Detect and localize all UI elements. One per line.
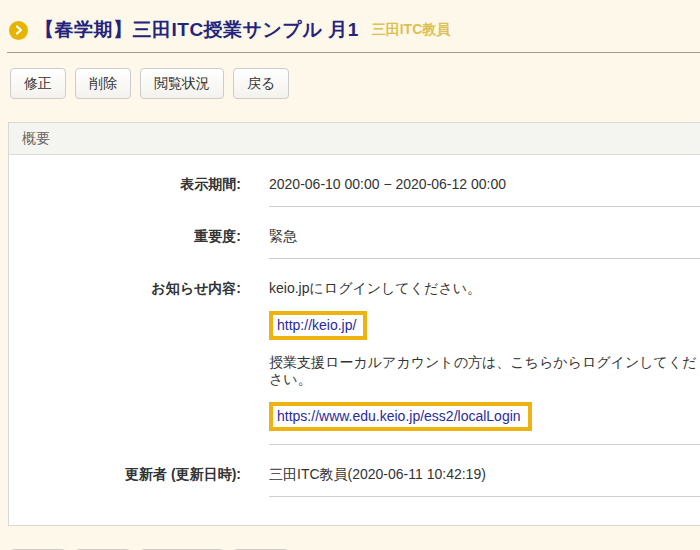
local-login-link[interactable]: https://www.edu.keio.jp/ess2/localLogin bbox=[269, 402, 532, 431]
author-label: 三田ITC教員 bbox=[372, 21, 451, 39]
page: 【春学期】三田ITC授業サンプル 月1 三田ITC教員 修正 削除 閲覧状況 戻… bbox=[0, 0, 700, 550]
panel-header-title: 概要 bbox=[9, 123, 700, 155]
notice-value: keio.jpにログインしてください。 http://keio.jp/ 授業支援… bbox=[269, 259, 700, 445]
edit-button[interactable]: 修正 bbox=[10, 68, 66, 99]
panel-body: 表示期間: 2020-06-10 00:00 − 2020-06-12 00:0… bbox=[9, 155, 700, 525]
importance-label: 重要度: bbox=[9, 207, 241, 259]
chevron-right-icon bbox=[9, 21, 28, 40]
notice-line-2: 授業支援ローカルアカウントの方は、こちらからログインしてください。 bbox=[269, 354, 700, 388]
keio-jp-link[interactable]: http://keio.jp/ bbox=[269, 311, 367, 340]
display-period-value: 2020-06-10 00:00 − 2020-06-12 00:00 bbox=[269, 155, 700, 207]
field-importance: 重要度: 緊急 bbox=[9, 207, 700, 259]
importance-value: 緊急 bbox=[269, 207, 700, 259]
updated-by-value: 三田ITC教員(2020-06-11 10:42:19) bbox=[269, 445, 700, 497]
overview-panel: 概要 表示期間: 2020-06-10 00:00 − 2020-06-12 0… bbox=[8, 122, 700, 526]
field-notice: お知らせ内容: keio.jpにログインしてください。 http://keio.… bbox=[9, 259, 700, 445]
view-status-button[interactable]: 閲覧状況 bbox=[140, 68, 224, 99]
delete-button[interactable]: 削除 bbox=[75, 68, 131, 99]
page-header: 【春学期】三田ITC授業サンプル 月1 三田ITC教員 bbox=[0, 0, 700, 50]
notice-label: お知らせ内容: bbox=[9, 259, 241, 445]
page-title: 【春学期】三田ITC授業サンプル 月1 bbox=[35, 17, 359, 43]
display-period-label: 表示期間: bbox=[9, 155, 241, 207]
toolbar-bottom: 修正 削除 閲覧状況 戻る bbox=[0, 526, 700, 550]
updated-by-label: 更新者 (更新日時): bbox=[9, 445, 241, 497]
toolbar-top: 修正 削除 閲覧状況 戻る bbox=[0, 53, 700, 99]
back-button[interactable]: 戻る bbox=[233, 68, 289, 99]
notice-line-1: keio.jpにログインしてください。 bbox=[269, 280, 700, 297]
field-updated-by: 更新者 (更新日時): 三田ITC教員(2020-06-11 10:42:19) bbox=[9, 445, 700, 497]
field-display-period: 表示期間: 2020-06-10 00:00 − 2020-06-12 00:0… bbox=[9, 155, 700, 207]
